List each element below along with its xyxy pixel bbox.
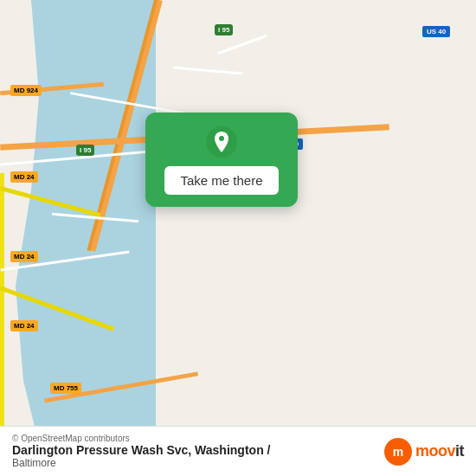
map-container: I 95 I 95 US 40 US 40 MD 924 MD 24 MD 24…: [0, 0, 476, 476]
location-pin-icon: [206, 126, 237, 158]
svg-point-1: [219, 136, 224, 141]
shield-md24-bot: MD 24: [10, 320, 38, 331]
popup-card: Take me there: [145, 113, 298, 207]
place-location: Baltimore: [12, 457, 270, 469]
moovit-logo: m moovit: [384, 438, 464, 466]
place-name: Darlington Pressure Wash Svc, Washington…: [12, 443, 270, 457]
take-me-there-button[interactable]: Take me there: [164, 166, 278, 195]
shield-us40-right: US 40: [422, 26, 450, 37]
shield-md924: MD 924: [10, 85, 42, 96]
moovit-brand-text: moovit: [415, 442, 464, 460]
shield-md24-mid: MD 24: [10, 251, 38, 262]
moovit-icon: m: [384, 438, 412, 466]
shield-i95-top: I 95: [215, 24, 233, 35]
bottom-bar: © OpenStreetMap contributors Darlington …: [0, 426, 476, 476]
shield-md24-top: MD 24: [10, 171, 38, 183]
shield-md755: MD 755: [50, 383, 81, 394]
map-attribution: © OpenStreetMap contributors: [12, 434, 270, 443]
shield-i95-left: I 95: [76, 145, 94, 156]
bottom-left-info: © OpenStreetMap contributors Darlington …: [12, 434, 270, 469]
